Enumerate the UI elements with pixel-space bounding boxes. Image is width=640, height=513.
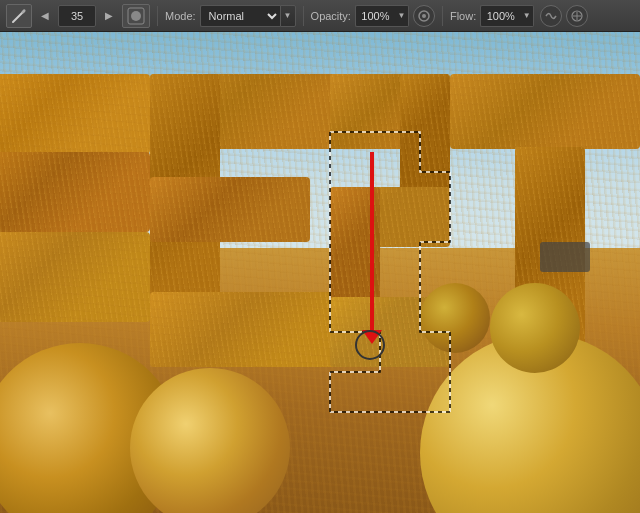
separator-3 <box>442 6 443 26</box>
opacity-input[interactable]: 100% <box>355 5 395 27</box>
separator-2 <box>303 6 304 26</box>
opacity-label: Opacity: <box>311 10 351 22</box>
brush-preset-icon[interactable] <box>122 4 150 28</box>
hay-bale-roll-bg-2 <box>420 283 490 353</box>
flow-input[interactable]: 100% <box>480 5 520 27</box>
mode-select[interactable]: Normal Dissolve Multiply Screen <box>200 5 280 27</box>
svg-line-0 <box>13 12 23 22</box>
flow-arrow[interactable]: ▼ <box>520 5 534 27</box>
mode-dropdown-arrow[interactable]: ▼ <box>280 5 296 27</box>
mode-select-group: Normal Dissolve Multiply Screen ▼ <box>200 5 296 27</box>
brush-tool-icon[interactable] <box>6 4 32 28</box>
brush-cursor <box>355 330 385 360</box>
scene <box>0 32 640 513</box>
brush-dynamics-icon[interactable] <box>540 5 562 27</box>
canvas-area[interactable] <box>0 32 640 513</box>
brush-size-input[interactable]: 35 <box>58 5 96 27</box>
red-arrow <box>370 152 374 332</box>
hay-bale-roll-bg-1 <box>490 283 580 373</box>
brush-size-wrap: 35 <box>58 5 96 27</box>
separator-1 <box>157 6 158 26</box>
airbrush-icon[interactable] <box>413 5 435 27</box>
svg-point-5 <box>422 14 426 18</box>
opacity-arrow[interactable]: ▼ <box>395 5 409 27</box>
brush-forward-icon[interactable]: ▶ <box>100 4 118 28</box>
flow-group: 100% ▼ <box>480 5 534 27</box>
tractor-silhouette <box>540 242 590 272</box>
opacity-group: 100% ▼ <box>355 5 409 27</box>
flow-label: Flow: <box>450 10 476 22</box>
mode-label: Mode: <box>165 10 196 22</box>
svg-point-3 <box>131 11 141 21</box>
tablet-pressure-icon[interactable] <box>566 5 588 27</box>
brush-back-icon[interactable]: ◀ <box>36 4 54 28</box>
toolbar: ◀ 35 ▶ Mode: Normal Dissolve Multiply Sc… <box>0 0 640 32</box>
